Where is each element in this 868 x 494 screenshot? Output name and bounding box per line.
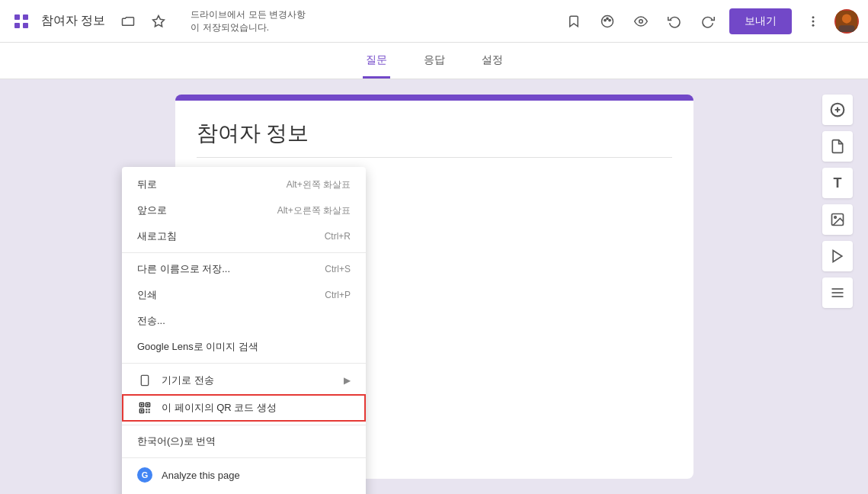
bookmark-icon[interactable] xyxy=(562,9,586,34)
topbar: 참여자 정보 드라이브에서 모든 변경사항 이 저장되었습니다. xyxy=(0,0,868,43)
svg-point-9 xyxy=(639,19,643,23)
context-menu-print-label: 인쇄 xyxy=(137,288,157,302)
text-tool[interactable]: T xyxy=(822,168,853,198)
context-menu-cast[interactable]: 전송... xyxy=(122,308,366,334)
context-menu-save-as-shortcut: Ctrl+S xyxy=(325,264,351,274)
svg-rect-30 xyxy=(147,404,149,406)
undo-icon[interactable] xyxy=(662,9,687,34)
svg-point-10 xyxy=(812,16,815,18)
context-menu-forward-label: 앞으로 xyxy=(137,204,167,217)
context-menu-translate[interactable]: 한국어(으)로 번역 xyxy=(122,428,366,454)
right-sidebar: T xyxy=(822,95,853,308)
context-menu-send-device-left: 기기로 전송 xyxy=(137,373,214,388)
main-area: 참여자 정보 T xyxy=(0,79,868,494)
svg-point-8 xyxy=(609,19,610,21)
svg-rect-28 xyxy=(141,404,143,406)
svg-rect-34 xyxy=(149,409,150,410)
page-title: 참여자 정보 xyxy=(41,13,105,29)
svg-rect-33 xyxy=(146,409,147,410)
video-tool[interactable] xyxy=(822,241,853,271)
import-tool[interactable] xyxy=(822,131,853,162)
context-menu-qr-code[interactable]: 이 페이지의 QR 코드 생성 xyxy=(122,394,366,422)
svg-rect-3 xyxy=(23,23,28,28)
context-menu-reload[interactable]: 새로고침 Ctrl+R xyxy=(122,223,366,249)
context-menu-print-shortcut: Ctrl+P xyxy=(325,290,351,300)
add-tool[interactable] xyxy=(822,95,853,125)
redo-icon[interactable] xyxy=(696,9,720,34)
image-tool[interactable] xyxy=(822,204,853,235)
context-menu-reload-label: 새로고침 xyxy=(137,229,177,243)
topbar-file-actions xyxy=(116,9,171,34)
svg-point-6 xyxy=(604,19,606,21)
context-menu-analyze-left: G Analyze this page xyxy=(137,467,240,483)
context-menu-qr-label: 이 페이지의 QR 코드 생성 xyxy=(162,401,277,415)
section-tool[interactable] xyxy=(822,277,853,308)
svg-rect-15 xyxy=(839,25,855,32)
menu-divider-1 xyxy=(122,252,366,253)
send-button[interactable]: 보내기 xyxy=(729,8,792,34)
context-menu-translate-label: 한국어(으)로 번역 xyxy=(137,435,216,448)
context-menu-forward-shortcut: Alt+오른쪽 화살표 xyxy=(277,204,351,217)
analyze-icon: G xyxy=(137,467,152,483)
svg-rect-25 xyxy=(141,375,148,385)
context-menu-cast-label: 전송... xyxy=(137,314,165,328)
context-menu-qr-left: 이 페이지의 QR 코드 생성 xyxy=(137,400,277,415)
qr-code-icon xyxy=(137,400,152,415)
context-menu-lens[interactable]: Google Lens로 이미지 검색 xyxy=(122,334,366,360)
more-options-icon[interactable] xyxy=(801,9,825,34)
svg-rect-32 xyxy=(141,410,143,412)
svg-point-14 xyxy=(842,14,851,23)
tabbar: 질문 응답 설정 xyxy=(0,43,868,79)
svg-rect-2 xyxy=(14,23,20,28)
svg-rect-35 xyxy=(146,412,147,413)
svg-point-7 xyxy=(607,18,608,19)
send-device-arrow: ▶ xyxy=(344,375,351,386)
svg-point-11 xyxy=(812,20,815,22)
star-icon[interactable] xyxy=(146,9,171,34)
svg-marker-4 xyxy=(153,15,165,26)
menu-divider-3 xyxy=(122,425,366,425)
svg-rect-36 xyxy=(149,412,150,413)
device-icon xyxy=(137,373,152,388)
text-icon: T xyxy=(834,175,842,191)
tab-responses[interactable]: 응답 xyxy=(421,44,448,79)
context-menu-print[interactable]: 인쇄 Ctrl+P xyxy=(122,282,366,308)
context-menu-analyze-label: Analyze this page xyxy=(162,470,240,481)
form-title: 참여자 정보 xyxy=(197,119,672,148)
context-menu-send-device[interactable]: 기기로 전송 ▶ xyxy=(122,367,366,394)
tab-settings[interactable]: 설정 xyxy=(479,44,506,79)
context-menu-send-device-label: 기기로 전송 xyxy=(162,374,214,387)
context-menu-save-as-label: 다른 이름으로 저장... xyxy=(137,262,230,276)
svg-rect-0 xyxy=(14,14,20,20)
app-icon xyxy=(9,9,34,34)
svg-rect-1 xyxy=(23,14,28,20)
save-status: 드라이브에서 모든 변경사항 이 저장되었습니다. xyxy=(191,8,306,34)
form-divider xyxy=(197,157,672,158)
context-menu-reload-shortcut: Ctrl+R xyxy=(325,231,351,242)
svg-point-20 xyxy=(834,217,837,219)
menu-divider-2 xyxy=(122,363,366,364)
avatar[interactable] xyxy=(834,9,859,34)
eye-icon[interactable] xyxy=(629,9,653,34)
svg-marker-21 xyxy=(833,251,842,262)
tab-questions[interactable]: 질문 xyxy=(363,44,390,79)
folder-icon[interactable] xyxy=(116,9,140,34)
context-menu-back-shortcut: Alt+왼쪽 화살표 xyxy=(287,178,351,191)
menu-divider-4 xyxy=(122,457,366,458)
context-menu-save-as[interactable]: 다른 이름으로 저장... Ctrl+S xyxy=(122,256,366,282)
topbar-right-actions: 보내기 xyxy=(562,8,859,34)
palette-icon[interactable] xyxy=(595,9,620,34)
context-menu-lens-label: Google Lens로 이미지 검색 xyxy=(137,340,258,354)
context-menu-save-keep[interactable]: Save to Keep xyxy=(122,489,366,494)
context-menu-back-label: 뒤로 xyxy=(137,178,157,191)
context-menu: 뒤로 Alt+왼쪽 화살표 앞으로 Alt+오른쪽 화살표 새로고침 Ctrl+… xyxy=(122,167,366,494)
context-menu-forward[interactable]: 앞으로 Alt+오른쪽 화살표 xyxy=(122,197,366,223)
context-menu-back[interactable]: 뒤로 Alt+왼쪽 화살표 xyxy=(122,172,366,197)
context-menu-analyze[interactable]: G Analyze this page xyxy=(122,461,366,489)
svg-point-12 xyxy=(812,24,815,26)
